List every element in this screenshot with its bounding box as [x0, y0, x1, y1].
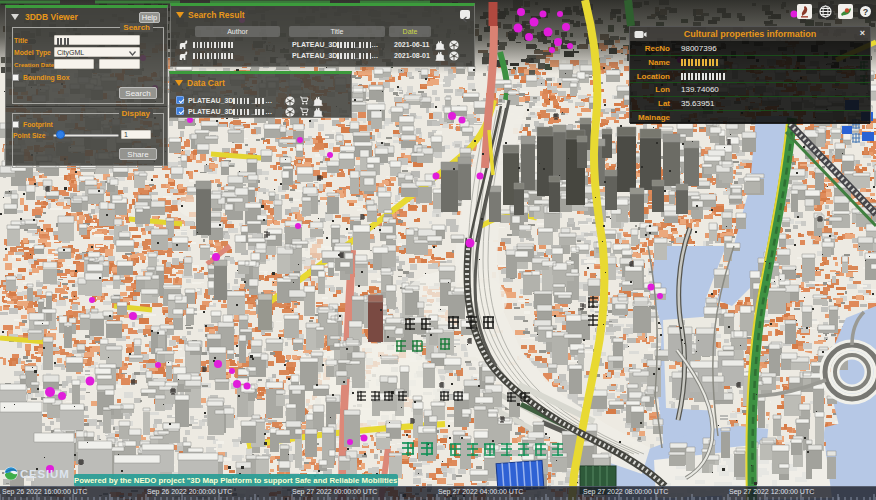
svg-text:CESIUM: CESIUM	[20, 468, 70, 480]
svg-text:?: ?	[863, 7, 869, 17]
